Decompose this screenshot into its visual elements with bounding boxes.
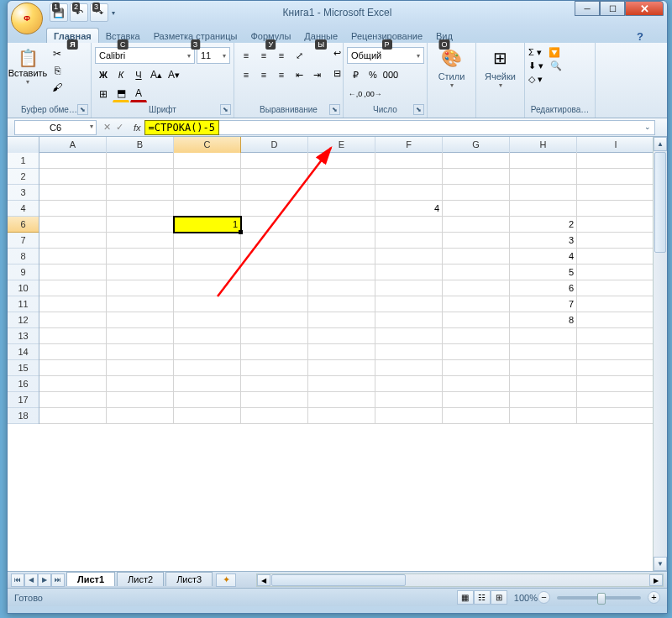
row-header[interactable]: 9 [8,264,39,280]
cell[interactable] [241,296,308,312]
autosum-button[interactable]: Σ ▾ [528,47,542,58]
prev-sheet-button[interactable]: ◀ [24,573,38,587]
cell[interactable] [39,312,107,328]
last-sheet-button[interactable]: ⏭ [51,573,65,587]
cell[interactable] [375,392,443,408]
cell[interactable] [443,169,510,185]
cell[interactable] [241,264,308,280]
cell[interactable] [241,185,308,201]
align-top-button[interactable]: ≡ [238,47,255,64]
row-header[interactable]: 3 [8,185,39,201]
cell[interactable] [577,328,655,344]
align-left-button[interactable]: ≡ [238,66,255,83]
cell[interactable] [39,344,107,360]
cell[interactable] [174,392,241,408]
row-header[interactable]: 4 [8,201,39,217]
bold-button[interactable]: Ж [95,66,112,83]
cell[interactable] [241,360,308,376]
cell[interactable] [107,328,174,344]
scroll-right-button[interactable]: ▶ [649,574,663,586]
cell[interactable] [174,408,241,424]
tab-вид[interactable]: ВидО [429,29,459,43]
cell[interactable] [107,169,174,185]
row-header[interactable]: 13 [8,328,39,344]
cell[interactable] [107,344,174,360]
clear-button[interactable]: ◇ ▾ [528,74,543,85]
cell[interactable] [510,201,577,217]
row-header[interactable]: 18 [8,408,39,424]
cell[interactable] [375,296,443,312]
cell[interactable]: 4 [375,201,443,217]
cell[interactable] [107,280,174,296]
row-header[interactable]: 11 [8,296,39,312]
minimize-button[interactable]: ─ [575,1,600,16]
align-middle-button[interactable]: ≡ [255,47,272,64]
underline-button[interactable]: Ч [130,66,147,83]
cell[interactable] [375,169,443,185]
cell[interactable]: 8 [510,312,577,328]
decrease-decimal-button[interactable]: ,00→ [365,86,381,102]
cell[interactable] [375,217,443,233]
cell[interactable] [443,153,510,169]
cell[interactable] [39,169,107,185]
cell[interactable] [443,376,510,392]
row-header[interactable]: 7 [8,233,39,249]
cell[interactable] [577,201,655,217]
cell[interactable] [443,296,510,312]
cell[interactable] [375,376,443,392]
cut-button[interactable]: ✂ [48,48,66,63]
cell[interactable] [241,233,308,249]
cell[interactable] [443,328,510,344]
cell[interactable] [39,233,107,249]
qat-undo-button[interactable]: 2↶ [70,3,88,22]
cell[interactable] [510,328,577,344]
cell[interactable] [107,392,174,408]
align-center-button[interactable]: ≡ [255,66,272,83]
increase-decimal-button[interactable]: ←,0 [347,86,364,102]
align-right-button[interactable]: ≡ [273,66,290,83]
cell[interactable] [39,249,107,264]
cell[interactable] [308,185,375,201]
cell[interactable] [174,153,241,169]
cell[interactable] [577,296,655,312]
cell[interactable] [308,280,375,296]
cell[interactable] [107,376,174,392]
zoom-in-button[interactable]: + [648,591,660,604]
cell[interactable] [577,280,655,296]
cell[interactable] [241,153,308,169]
decrease-indent-button[interactable]: ⇤ [291,66,307,83]
cell[interactable] [375,344,443,360]
cell[interactable] [241,392,308,408]
tab-данные[interactable]: ДанныеЫ [297,29,344,43]
tab-рецензирование[interactable]: РецензированиеР [344,29,429,43]
row-header[interactable]: 2 [8,169,39,185]
zoom-slider[interactable] [557,596,641,600]
font-size-combo[interactable]: 11▾ [197,47,230,64]
cell[interactable] [174,201,241,217]
cell[interactable] [443,360,510,376]
cell[interactable] [375,233,443,249]
cell[interactable] [577,312,655,328]
cell[interactable] [39,217,107,233]
align-bottom-button[interactable]: ≡ [273,47,290,64]
column-header[interactable]: C [174,137,241,153]
cell[interactable]: 4 [510,249,577,264]
cell[interactable] [241,249,308,264]
column-header[interactable]: I [577,137,655,153]
shrink-font-button[interactable]: A▾ [165,66,182,83]
expand-formula-bar-button[interactable]: ⌄ [644,123,651,131]
cell[interactable] [241,328,308,344]
cell[interactable] [375,280,443,296]
select-all-button[interactable] [8,137,39,153]
sheet-tab[interactable]: Лист2 [117,572,164,586]
cell[interactable] [241,408,308,424]
italic-button[interactable]: К [113,66,129,83]
scroll-down-button[interactable]: ▼ [654,557,667,571]
cell[interactable] [174,169,241,185]
cell[interactable] [443,201,510,217]
cell[interactable] [39,264,107,280]
column-header[interactable]: D [241,137,308,153]
cell[interactable] [308,408,375,424]
cell[interactable] [375,249,443,264]
next-sheet-button[interactable]: ▶ [38,573,51,587]
